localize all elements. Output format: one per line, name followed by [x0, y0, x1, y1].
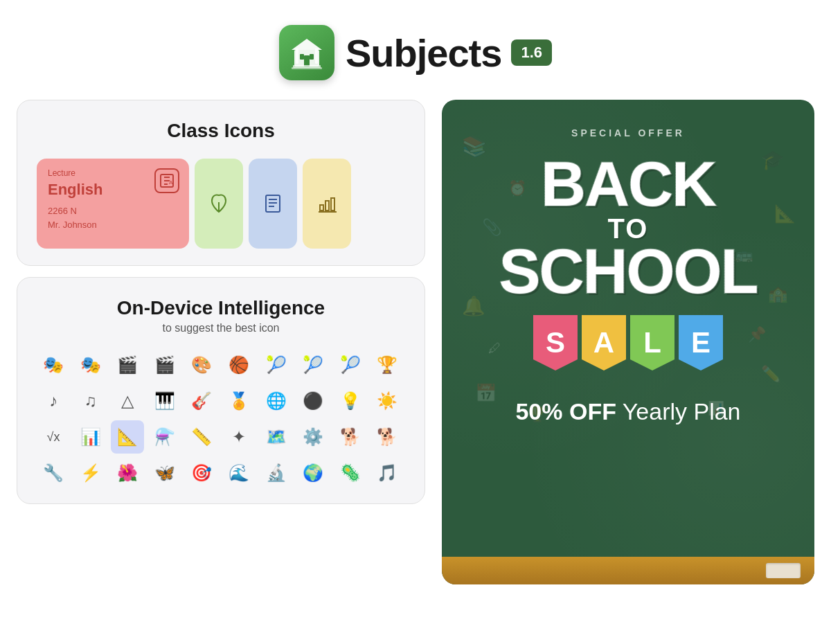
svg-marker-6 — [292, 39, 322, 50]
icon-misc8: 🌍 — [296, 456, 330, 490]
svg-rect-3 — [304, 55, 310, 66]
icon-misc6: 🌊 — [222, 456, 256, 490]
sale-letter-e: E — [679, 315, 723, 370]
icon-star: ✦ — [222, 420, 256, 454]
chalkboard-promo: 📚 🎓 📎 📐 🔔 🏫 📅 ✏️ ⏰ 🚌 🖊 📌 🏆 📊 SPECIAL OFF… — [442, 100, 814, 584]
app-title: Subjects — [346, 30, 501, 75]
svg-rect-5 — [315, 48, 318, 64]
icon-masks2: 🎭 — [74, 348, 107, 382]
icon-misc10: 🎵 — [370, 456, 404, 490]
icon-ball: 🎾 — [334, 348, 367, 382]
svg-text:📚: 📚 — [462, 134, 487, 159]
app-icon — [279, 25, 334, 80]
icon-barchart: 📊 — [74, 420, 107, 454]
sale-letter-s: S — [533, 315, 578, 370]
yearly-plan-text: Yearly Plan — [623, 398, 741, 424]
icon-bulb: 💡 — [334, 384, 367, 418]
svg-rect-16 — [320, 205, 323, 211]
intel-subtitle: to suggest the best icon — [37, 322, 405, 334]
svg-rect-18 — [331, 198, 334, 211]
icon-film: 🎬 — [111, 348, 144, 382]
svg-text:✏️: ✏️ — [761, 364, 781, 384]
title-group: Subjects 1.6 — [346, 30, 552, 75]
icon-ruler: 📏 — [185, 420, 218, 454]
class-room: 2266 N — [48, 204, 178, 218]
icon-masks: 🎭 — [37, 348, 70, 382]
icon-card-book — [249, 159, 297, 249]
class-card-icon-display: A — [154, 168, 179, 193]
back-to-school-text: BACK TO SCHOOL — [499, 155, 757, 301]
svg-text:🏫: 🏫 — [768, 284, 788, 303]
icon-card-chart — [303, 159, 351, 249]
back-text: BACK — [499, 155, 757, 215]
chalkboard-ledge — [442, 557, 814, 584]
svg-text:🖊: 🖊 — [488, 341, 501, 355]
icon-triangle: △ — [111, 384, 144, 418]
icon-trophy: 🏆 — [370, 348, 404, 382]
icon-clapper: 🎬 — [148, 348, 181, 382]
version-badge: 1.6 — [511, 39, 552, 66]
class-teacher: Mr. Johnson — [48, 218, 178, 232]
special-offer-text: SPECIAL OFFER — [571, 127, 685, 138]
school-text: SCHOOL — [499, 242, 757, 302]
icon-misc2: ⚡ — [74, 456, 107, 490]
icon-note: ♪ — [37, 384, 70, 418]
intel-title: On-Device Intelligence — [37, 297, 405, 319]
svg-rect-2 — [310, 54, 314, 60]
class-icons-demo: Lecture English 2266 N Mr. Johnson A — [37, 159, 405, 249]
icon-compass-highlighted: 📐 — [111, 420, 144, 454]
icon-dog2: 🐕 — [370, 420, 404, 454]
icon-misc4: 🦋 — [148, 456, 181, 490]
icon-sqrt: √x — [37, 420, 70, 454]
icon-notes: ♫ — [74, 384, 107, 418]
icons-grid: 🎭 🎭 🎬 🎬 🎨 🏀 🎾 🎾 🎾 🏆 ♪ ♫ △ 🎹 🎸 🏅 🌐 ⚫ — [37, 348, 405, 490]
icon-misc1: 🔧 — [37, 456, 70, 490]
icon-medal: 🏅 — [222, 384, 256, 418]
icon-tennis2: 🎾 — [296, 348, 330, 382]
svg-text:🎓: 🎓 — [761, 149, 785, 171]
intelligence-card: On-Device Intelligence to suggest the be… — [17, 277, 425, 504]
sale-letter-l: L — [630, 315, 674, 370]
icon-globe: 🌐 — [260, 384, 293, 418]
icon-card-nature — [195, 159, 243, 249]
svg-rect-1 — [300, 54, 304, 60]
icon-misc7: 🔬 — [260, 456, 293, 490]
svg-text:📅: 📅 — [475, 382, 497, 404]
svg-text:🔔: 🔔 — [462, 295, 485, 317]
class-icons-card: Class Icons Lecture English 2266 N Mr. J… — [17, 100, 425, 266]
sale-banner: S A L E — [533, 315, 723, 370]
icon-basketball: 🏀 — [222, 348, 256, 382]
svg-rect-4 — [296, 48, 298, 64]
class-card-english: Lecture English 2266 N Mr. Johnson A — [37, 159, 189, 249]
icon-circle: ⚫ — [296, 384, 330, 418]
svg-text:📐: 📐 — [774, 203, 796, 224]
sale-letter-a: A — [582, 315, 626, 370]
left-column: Class Icons Lecture English 2266 N Mr. J… — [17, 100, 425, 504]
icon-piano: 🎹 — [148, 384, 181, 418]
icon-gear: ⚙️ — [296, 420, 330, 454]
icon-misc3: 🌺 — [111, 456, 144, 490]
icon-sun: ☀️ — [370, 384, 404, 418]
app-header: Subjects 1.6 — [279, 0, 552, 100]
icon-tennis: 🎾 — [260, 348, 293, 382]
icon-dog: 🐕 — [334, 420, 367, 454]
fifty-off-amount: 50% OFF — [515, 398, 616, 424]
icon-misc5: 🎯 — [185, 456, 218, 490]
icon-palette: 🎨 — [185, 348, 218, 382]
small-icon-cards — [195, 159, 351, 249]
main-content: Class Icons Lecture English 2266 N Mr. J… — [0, 100, 831, 584]
icon-guitar: 🎸 — [185, 384, 218, 418]
fifty-off-text: 50% OFF Yearly Plan — [515, 387, 740, 439]
icon-flask: ⚗️ — [148, 420, 181, 454]
svg-rect-8 — [292, 67, 322, 69]
class-icons-title: Class Icons — [37, 120, 405, 142]
svg-rect-17 — [325, 201, 329, 211]
svg-text:📌: 📌 — [748, 325, 767, 343]
svg-text:A: A — [169, 179, 173, 186]
icon-map: 🗺️ — [260, 420, 293, 454]
icon-misc9: 🦠 — [334, 456, 367, 490]
chalk-eraser — [766, 563, 801, 578]
